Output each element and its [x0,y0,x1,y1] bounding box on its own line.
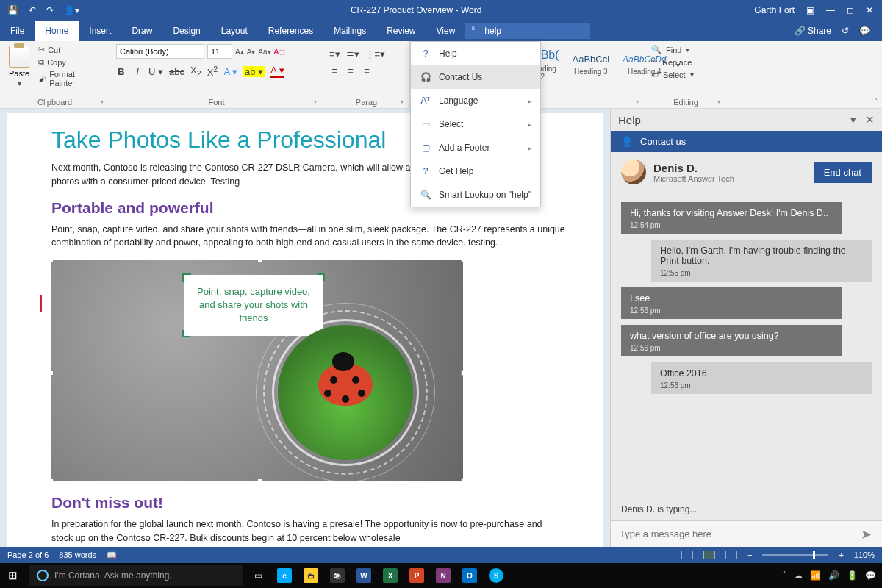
close-icon[interactable]: ✕ [866,5,873,15]
font-color-icon[interactable]: A ▾ [270,65,284,78]
task-view-icon[interactable]: ▭ [247,565,269,586]
explorer-icon[interactable]: 🗀 [300,565,322,586]
tellme-item-language[interactable]: AᵀLanguage▸ [411,89,540,112]
view-print-icon[interactable] [703,551,715,559]
select-button[interactable]: ▭Select ▾ [651,69,720,80]
redo-icon[interactable]: ↷ [46,5,54,15]
replace-button[interactable]: ᵃᵇReplace [651,57,720,68]
tellme-item-select[interactable]: ▭Select▸ [411,112,540,136]
format-painter-button[interactable]: 🖌Format Painter [37,69,104,88]
copy-button[interactable]: ⧉Copy [37,57,104,68]
align-center-icon[interactable]: ≡ [345,65,356,76]
undo-icon[interactable]: ↶ [29,5,36,15]
tab-file[interactable]: File [0,21,35,41]
superscript-button[interactable]: X2 [207,65,218,78]
battery-icon[interactable]: 🔋 [847,570,858,581]
ribbon-display-icon[interactable]: ▣ [806,5,814,15]
typing-indicator: Denis D. is typing... [611,498,882,520]
tellme-input[interactable] [465,23,590,39]
word-count[interactable]: 835 words [59,551,96,559]
touch-mode-icon[interactable]: 👤▾ [64,5,79,15]
grow-font-icon[interactable]: A▴ [235,48,244,56]
volume-icon[interactable]: 🔊 [828,570,839,581]
clear-format-icon[interactable]: A◌ [274,48,286,56]
wifi-icon[interactable]: 📶 [810,570,821,581]
outlook-icon[interactable]: O [459,565,481,586]
style-heading-3[interactable]: AaBbCclHeading 3 [570,52,613,77]
word-icon[interactable]: W [353,565,375,586]
strike-button[interactable]: abc [169,66,184,77]
action-center-icon[interactable]: 💬 [865,570,876,581]
powerpoint-icon[interactable]: P [406,565,428,586]
tab-view[interactable]: View [426,21,466,41]
user-name[interactable]: Garth Fort [754,5,795,15]
collapse-ribbon-icon[interactable]: ˄ [874,97,878,105]
pane-close-icon[interactable]: ✕ [865,113,875,126]
cortana-search[interactable]: I'm Cortana. Ask me anything. [29,565,243,586]
tray-up-icon[interactable]: ˄ [782,570,786,581]
start-button[interactable]: ⊞ [0,569,25,582]
maximize-icon[interactable]: ◻ [847,5,854,15]
pane-options-icon[interactable]: ▾ [850,113,856,126]
tellme-item-get-help[interactable]: ?Get Help [411,159,540,183]
spellcheck-icon[interactable]: 📖 [107,551,117,560]
text-effects-icon[interactable]: A ▾ [223,66,237,77]
tellme-item-add-footer[interactable]: ▢Add a Footer▸ [411,136,540,159]
tellme-item-smart-lookup[interactable]: 🔍Smart Lookup on "help" [411,183,540,207]
minimize-icon[interactable]: — [826,5,835,15]
subscript-button[interactable]: X2 [190,65,201,78]
doc-paragraph[interactable]: In preparation for the global launch nex… [51,517,566,545]
edge-icon[interactable]: e [273,565,295,586]
autosave-icon[interactable]: 💾 [7,5,18,15]
onenote-icon[interactable]: N [432,565,454,586]
find-button[interactable]: 🔍Find ▾ [651,44,720,55]
italic-button[interactable]: I [132,66,143,77]
zoom-in-icon[interactable]: + [839,551,843,559]
underline-button[interactable]: U ▾ [148,66,163,77]
onedrive-icon[interactable]: ☁ [794,570,803,581]
revision-mark[interactable] [40,295,42,312]
tab-design[interactable]: Design [162,21,210,41]
paste-button[interactable]: Paste ▾ [6,44,32,89]
send-button[interactable]: ➤ [850,521,882,547]
align-left-icon[interactable]: ≡ [329,65,340,76]
shrink-font-icon[interactable]: A▾ [247,48,256,56]
skype-icon[interactable]: S [485,565,507,586]
font-name-select[interactable] [116,44,204,59]
font-size-select[interactable] [207,44,232,59]
doc-heading-2[interactable]: Don't miss out! [51,494,566,512]
tellme-item-help[interactable]: ?Help [411,42,540,65]
zoom-out-icon[interactable]: − [747,551,752,559]
highlight-icon[interactable]: ab ▾ [243,66,265,77]
excel-icon[interactable]: X [379,565,401,586]
tab-home[interactable]: Home [35,21,79,41]
zoom-level[interactable]: 110% [854,551,875,559]
tab-draw[interactable]: Draw [121,21,162,41]
change-case-icon[interactable]: Aa▾ [258,48,270,56]
numbering-icon[interactable]: ≣▾ [346,49,359,60]
tab-review[interactable]: Review [376,21,426,41]
bullets-icon[interactable]: ≡▾ [329,49,340,60]
view-web-icon[interactable] [725,551,737,559]
bold-button[interactable]: B [116,66,126,77]
cut-button[interactable]: ✂Cut [37,44,104,55]
page-indicator[interactable]: Page 2 of 6 [7,551,49,559]
share-button[interactable]: 🔗 Share [795,26,831,36]
tab-references[interactable]: References [258,21,323,41]
tab-insert[interactable]: Insert [79,21,121,41]
cursor-icon: ▭ [651,70,659,79]
zoom-slider[interactable] [762,554,828,556]
tab-layout[interactable]: Layout [211,21,258,41]
doc-paragraph[interactable]: Point, snap, capture video, and share yo… [51,223,566,251]
tab-mailings[interactable]: Mailings [323,21,376,41]
document-image[interactable]: Point, snap, capture video, and share yo… [51,260,463,481]
end-chat-button[interactable]: End chat [814,162,872,183]
comments-icon[interactable]: 💬 [859,26,870,36]
view-read-icon[interactable] [681,551,693,559]
align-right-icon[interactable]: ≡ [362,65,372,76]
chat-input[interactable] [611,521,850,547]
tellme-item-contact-us[interactable]: 🎧Contact Us [411,65,540,89]
history-icon[interactable]: ↺ [842,26,849,36]
store-icon[interactable]: 🛍 [326,565,348,586]
multilevel-icon[interactable]: ⋮≡▾ [365,49,386,60]
